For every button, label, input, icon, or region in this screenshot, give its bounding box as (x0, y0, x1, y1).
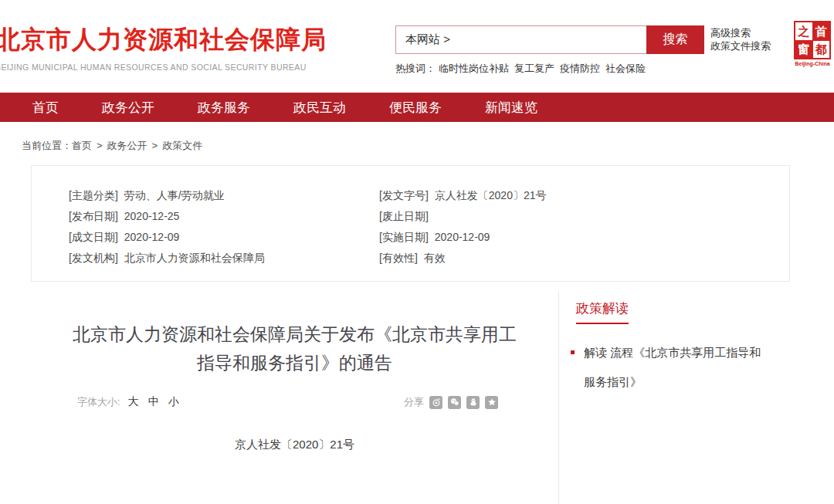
bullet-icon (571, 350, 575, 354)
lower-section: 北京市人力资源和社会保障局关于发布《北京市共享用工指导和服务指引》的通告 字体大… (31, 292, 834, 504)
share-label: 分享 (404, 395, 424, 409)
page: 北京市人力资源和社会保障局 BEIJING MUNICIPAL HUMAN RE… (0, 0, 834, 504)
document-meta-box: [主题分类]劳动、人事/劳动就业 [发布日期]2020-12-25 [成文日期]… (31, 165, 790, 282)
font-size-large-button[interactable]: 大 (128, 395, 139, 409)
search-button[interactable]: 搜索 (646, 25, 704, 54)
font-size-medium-button[interactable]: 中 (148, 395, 159, 409)
meta-label: [发文字号] (379, 189, 429, 201)
font-size-control: 字体大小: 大 中 小 (77, 395, 188, 409)
meta-row: [实施日期]2020-12-09 (379, 227, 547, 248)
article-title: 北京市人力资源和社会保障局关于发布《北京市共享用工指导和服务指引》的通告 (66, 320, 524, 377)
hot-word-link[interactable]: 疫情防控 (560, 63, 600, 74)
meta-label: [主题分类] (69, 189, 118, 201)
sidebar-list: 解读 流程《北京市共享用工指导和服务指引》 (571, 338, 811, 397)
hot-word-link[interactable]: 社会保险 (605, 63, 646, 74)
seal-char: 窗 (795, 41, 812, 59)
policy-interpretation-sidebar: 政策解读 解读 流程《北京市共享用工指导和服务指引》 (558, 292, 834, 504)
seal-char: 都 (813, 41, 830, 59)
hot-words-label: 热搜词： (395, 63, 436, 74)
seal-caption: Beijing-China (794, 61, 831, 66)
article-tools: 字体大小: 大 中 小 分享 (31, 394, 558, 410)
share-qq-icon[interactable] (466, 396, 480, 409)
policy-file-search-link[interactable]: 政策文件搜索 (710, 39, 771, 52)
article-content: 北京市人力资源和社会保障局关于发布《北京市共享用工指导和服务指引》的通告 字体大… (31, 292, 558, 504)
meta-row: [主题分类]劳动、人事/劳动就业 (69, 185, 379, 206)
site-header: 北京市人力资源和社会保障局 BEIJING MUNICIPAL HUMAN RE… (0, 0, 834, 93)
breadcrumb-separator: > (152, 140, 158, 151)
nav-item-gov-services[interactable]: 政务服务 (198, 99, 250, 117)
breadcrumb-separator: > (97, 140, 103, 151)
meta-value: 2020-12-25 (124, 210, 180, 222)
search-scope-dropdown[interactable]: 本网站 > (396, 32, 450, 47)
share-wechat-icon[interactable] (448, 396, 461, 409)
meta-value: 2020-12-09 (435, 231, 490, 243)
seal-char: 之 (795, 22, 812, 40)
meta-value: 劳动、人事/劳动就业 (124, 189, 225, 201)
meta-value: 2020-12-09 (124, 231, 180, 243)
share-weibo-icon[interactable] (429, 396, 442, 409)
hot-word-link[interactable]: 复工复产 (514, 63, 554, 74)
nav-item-gov-disclosure[interactable]: 政务公开 (102, 99, 154, 117)
breadcrumb-label: 当前位置： (22, 140, 72, 151)
share-control: 分享 (404, 395, 498, 409)
sidebar-title: 政策解读 (576, 299, 629, 324)
nav-item-home[interactable]: 首页 (32, 99, 59, 117)
meta-value: 有效 (424, 252, 446, 264)
meta-row: [成文日期]2020-12-09 (69, 227, 379, 248)
meta-row: [发文字号]京人社发〔2020〕21号 (379, 185, 547, 206)
advanced-links: 高级搜索 政策文件搜索 (710, 26, 771, 52)
advanced-search-link[interactable]: 高级搜索 (710, 26, 771, 39)
font-size-small-button[interactable]: 小 (168, 395, 179, 409)
main-nav: 首页 政务公开 政务服务 政民互动 便民服务 新闻速览 (0, 93, 834, 122)
search-area: 本网站 > 搜索 热搜词：临时性岗位补贴复工复产疫情防控社会保险 (395, 25, 704, 76)
logo-title: 北京市人力资源和社会保障局 (0, 23, 327, 57)
seal-grid-icon: 之 首 窗 都 (794, 21, 831, 59)
capital-window-seal[interactable]: 之 首 窗 都 Beijing-China (794, 21, 831, 66)
sidebar-item-link[interactable]: 解读 流程《北京市共享用工指导和服务指引》 (584, 346, 761, 388)
meta-value: 京人社发〔2020〕21号 (435, 189, 547, 201)
breadcrumb-home[interactable]: 首页 (72, 140, 92, 151)
share-qzone-icon[interactable] (485, 396, 498, 409)
nav-item-interaction[interactable]: 政民互动 (293, 99, 346, 117)
meta-label: [成文日期] (69, 231, 118, 243)
hot-search-words: 热搜词：临时性岗位补贴复工复产疫情防控社会保险 (395, 62, 704, 76)
meta-label: [发布日期] (69, 210, 118, 222)
meta-left-column: [主题分类]劳动、人事/劳动就业 [发布日期]2020-12-25 [成文日期]… (32, 185, 379, 281)
breadcrumb: 当前位置：首页>政务公开>政策文件 (22, 139, 202, 153)
meta-row: [发文机构]北京市人力资源和社会保障局 (69, 248, 379, 269)
font-size-label: 字体大小: (77, 395, 120, 409)
site-logo[interactable]: 北京市人力资源和社会保障局 BEIJING MUNICIPAL HUMAN RE… (0, 23, 327, 72)
meta-label: [废止日期] (379, 210, 429, 222)
nav-item-news[interactable]: 新闻速览 (485, 99, 537, 117)
meta-row: [有效性]有效 (379, 248, 547, 269)
nav-item-convenience[interactable]: 便民服务 (389, 99, 442, 117)
meta-row: [废止日期] (379, 206, 547, 227)
meta-label: [发文机构] (69, 252, 118, 264)
breadcrumb-gov-disclosure[interactable]: 政务公开 (107, 140, 147, 151)
document-number: 京人社发〔2020〕21号 (31, 438, 558, 452)
meta-right-column: [发文字号]京人社发〔2020〕21号 [废止日期] [实施日期]2020-12… (379, 185, 547, 281)
seal-char: 首 (813, 22, 830, 40)
sidebar-list-item: 解读 流程《北京市共享用工指导和服务指引》 (571, 338, 765, 397)
meta-label: [有效性] (379, 252, 418, 264)
search-box: 本网站 > 搜索 (395, 25, 704, 54)
breadcrumb-policy-files[interactable]: 政策文件 (162, 140, 202, 151)
hot-word-link[interactable]: 临时性岗位补贴 (439, 63, 509, 74)
meta-label: [实施日期] (379, 231, 429, 243)
logo-subtitle: BEIJING MUNICIPAL HUMAN RESOURCES AND SO… (0, 63, 327, 72)
meta-row: [发布日期]2020-12-25 (69, 206, 379, 227)
meta-value: 北京市人力资源和社会保障局 (124, 252, 265, 264)
